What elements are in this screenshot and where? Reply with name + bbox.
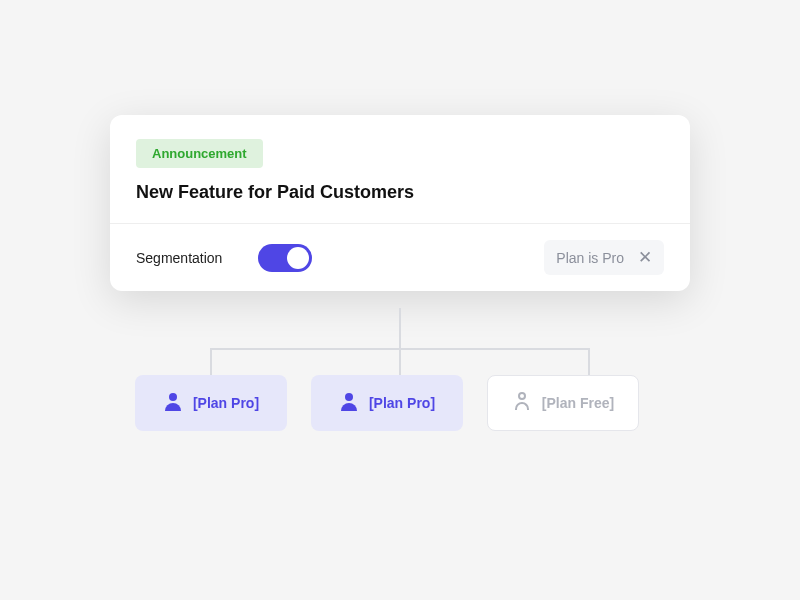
segment-nodes: [Plan Pro] [Plan Pro] [Plan Free] bbox=[135, 375, 639, 431]
segmentation-label: Segmentation bbox=[136, 250, 222, 266]
filter-chip-label: Plan is Pro bbox=[556, 250, 624, 266]
segmentation-toggle[interactable] bbox=[258, 244, 312, 272]
user-icon bbox=[163, 393, 183, 413]
segment-node-label: [Plan Pro] bbox=[369, 395, 435, 411]
connector-line bbox=[399, 308, 401, 348]
announcement-card: Announcement New Feature for Paid Custom… bbox=[110, 115, 690, 291]
user-icon bbox=[339, 393, 359, 413]
segment-node[interactable]: [Plan Free] bbox=[487, 375, 639, 431]
close-icon[interactable]: ✕ bbox=[638, 249, 652, 266]
connector-line bbox=[588, 348, 590, 375]
segment-node-label: [Plan Pro] bbox=[193, 395, 259, 411]
user-icon bbox=[512, 392, 532, 414]
announcement-badge: Announcement bbox=[136, 139, 263, 168]
segment-node[interactable]: [Plan Pro] bbox=[311, 375, 463, 431]
segment-node[interactable]: [Plan Pro] bbox=[135, 375, 287, 431]
filter-chip[interactable]: Plan is Pro ✕ bbox=[544, 240, 664, 275]
segment-node-label: [Plan Free] bbox=[542, 395, 614, 411]
connector-line bbox=[399, 348, 401, 375]
connector-line bbox=[210, 348, 212, 375]
card-title: New Feature for Paid Customers bbox=[136, 182, 664, 203]
